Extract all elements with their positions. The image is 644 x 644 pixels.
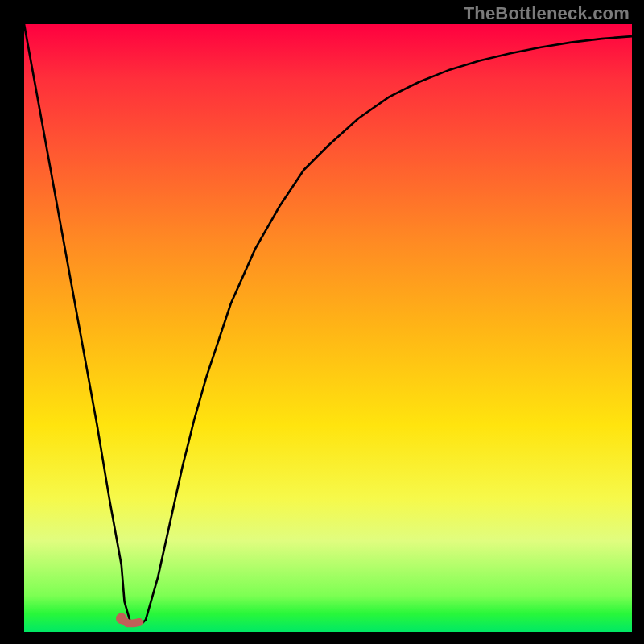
bottleneck-curve-path	[24, 24, 632, 623]
highlight-layer	[24, 24, 632, 632]
chart-frame: TheBottleneck.com	[0, 0, 644, 644]
curve-layer	[24, 24, 632, 632]
plot-area	[24, 24, 632, 632]
optimal-start-dot	[116, 613, 127, 625]
watermark-text: TheBottleneck.com	[464, 3, 630, 24]
optimal-segment-path	[122, 618, 140, 623]
